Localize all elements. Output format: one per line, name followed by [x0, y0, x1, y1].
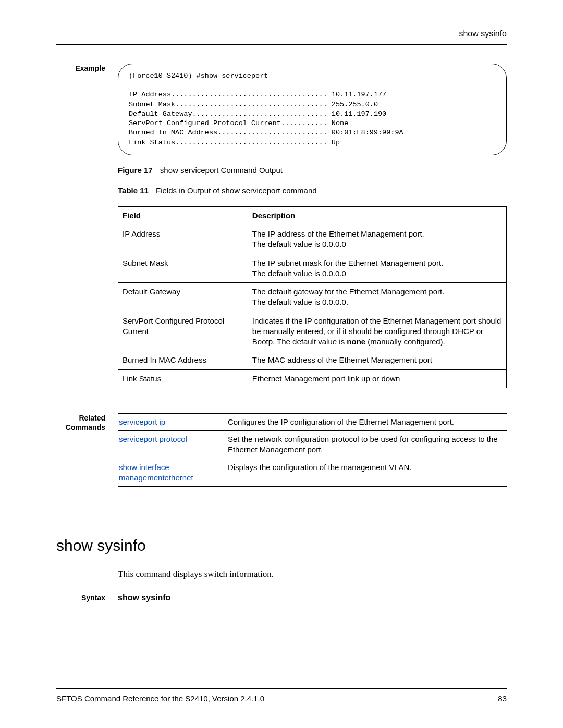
page-header-title: show sysinfo: [56, 29, 507, 44]
label-line1: Related: [79, 414, 105, 422]
cell-desc: The default gateway for the Ethernet Man…: [250, 283, 507, 312]
cell-desc: The MAC address of the Ethernet Manageme…: [250, 351, 507, 369]
cell-desc: The IP address of the Ethernet Managemen…: [250, 225, 507, 254]
table-label: Table 11: [118, 186, 149, 195]
col-field: Field: [118, 206, 250, 225]
cell-field: Link Status: [118, 369, 250, 388]
link-command[interactable]: serviceport ip: [119, 417, 165, 426]
label-related-commands: Related Commands: [56, 413, 112, 432]
page-content: show sysinfo Example (Force10 S2410) #sh…: [0, 0, 563, 602]
syntax-section: Syntax show sysinfo: [56, 593, 507, 602]
link-command[interactable]: show interface managementethernet: [119, 463, 193, 482]
cell-desc: Set the network configuration protocol t…: [227, 431, 507, 459]
related-commands-section: Related Commands serviceport ip Configur…: [56, 413, 507, 487]
table-row: serviceport ip Configures the IP configu…: [118, 413, 507, 430]
figure-text: show serviceport Command Output: [160, 166, 283, 175]
desc-part-bold: none: [347, 337, 365, 346]
cell-field: IP Address: [118, 225, 250, 254]
cell-desc: The IP subnet mask for the Ethernet Mana…: [250, 254, 507, 283]
table-row: Burned In MAC Address The MAC address of…: [118, 351, 507, 369]
cell-field: Subnet Mask: [118, 254, 250, 283]
table-row: serviceport protocol Set the network con…: [118, 431, 507, 459]
table-header-row: Field Description: [118, 206, 507, 225]
footer-page-number: 83: [498, 694, 507, 703]
figure-caption: Figure 17 show serviceport Command Outpu…: [118, 166, 507, 175]
cell-field: Default Gateway: [118, 283, 250, 312]
table-row: IP Address The IP address of the Etherne…: [118, 225, 507, 254]
related-block: serviceport ip Configures the IP configu…: [118, 413, 507, 487]
table-caption: Table 11 Fields in Output of show servic…: [118, 186, 507, 195]
link-command[interactable]: serviceport protocol: [119, 435, 187, 443]
code-output: (Force10 S2410) #show serviceport IP Add…: [118, 64, 507, 155]
table-row: ServPort Configured Protocol Current Ind…: [118, 312, 507, 351]
cell-desc: Displays the configuration of the manage…: [227, 459, 507, 487]
cell-field: Burned In MAC Address: [118, 351, 250, 369]
related-table: serviceport ip Configures the IP configu…: [118, 413, 507, 487]
section-heading: show sysinfo: [56, 537, 507, 554]
table-row: show interface managementethernet Displa…: [118, 459, 507, 487]
cell-desc: Configures the IP configuration of the E…: [227, 413, 507, 430]
label-syntax: Syntax: [56, 593, 112, 602]
cell-desc: Indicates if the IP configuration of the…: [250, 312, 507, 351]
table-text: Fields in Output of show serviceport com…: [156, 186, 316, 195]
syntax-command: show sysinfo: [118, 593, 170, 602]
header-rule: [56, 44, 507, 45]
example-section: Example (Force10 S2410) #show servicepor…: [56, 64, 507, 413]
cell-desc: Ethernet Management port link up or down: [250, 369, 507, 388]
table-row: Link Status Ethernet Management port lin…: [118, 369, 507, 388]
footer-left: SFTOS Command Reference for the S2410, V…: [56, 694, 264, 703]
figure-label: Figure 17: [118, 166, 153, 175]
page-footer: SFTOS Command Reference for the S2410, V…: [56, 688, 507, 703]
label-line2: Commands: [66, 423, 105, 431]
syntax-block: show sysinfo: [118, 593, 507, 602]
footer-rule: [56, 688, 507, 689]
example-block: (Force10 S2410) #show serviceport IP Add…: [118, 64, 507, 388]
cell-field: ServPort Configured Protocol Current: [118, 312, 250, 351]
section-body: This command displays switch information…: [118, 569, 507, 579]
label-example: Example: [56, 64, 112, 73]
table-row: Default Gateway The default gateway for …: [118, 283, 507, 312]
table-row: Subnet Mask The IP subnet mask for the E…: [118, 254, 507, 283]
desc-part: (manually configured).: [365, 337, 445, 346]
col-description: Description: [250, 206, 507, 225]
fields-table: Field Description IP Address The IP addr…: [118, 206, 507, 388]
